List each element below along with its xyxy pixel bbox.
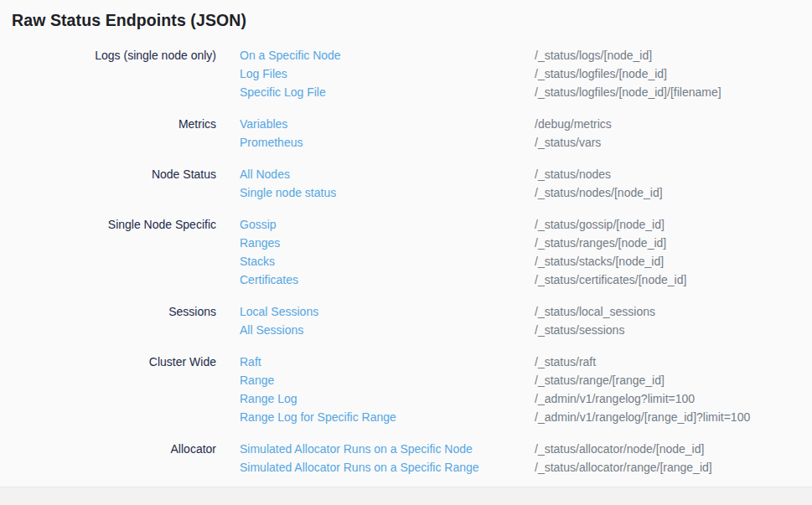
- endpoint-path: /_status/raft: [535, 353, 596, 371]
- endpoint-row: Log Files/_status/logfiles/[node_id]: [240, 64, 812, 83]
- endpoint-path: /debug/metrics: [535, 115, 612, 133]
- endpoint-row: Range/_status/range/[range_id]: [240, 371, 812, 389]
- endpoint-category-label: Metrics: [0, 115, 216, 133]
- endpoint-path: /_status/logfiles/[node_id]/[filename]: [535, 83, 721, 101]
- raw-status-endpoints-page: Raw Status Endpoints (JSON) Logs (single…: [0, 0, 812, 477]
- endpoint-row: Gossip/_status/gossip/[node_id]: [240, 215, 812, 234]
- endpoint-link[interactable]: On a Specific Node: [240, 46, 535, 64]
- endpoint-path: /_status/ranges/[node_id]: [535, 234, 666, 252]
- endpoint-category-label: Logs (single node only): [0, 46, 216, 64]
- endpoint-row: Ranges/_status/ranges/[node_id]: [240, 234, 812, 252]
- endpoint-row: Local Sessions/_status/local_sessions: [240, 302, 812, 321]
- endpoint-path: /_status/logfiles/[node_id]: [535, 64, 667, 83]
- endpoint-path: /_status/stacks/[node_id]: [535, 252, 664, 271]
- endpoint-rows: Gossip/_status/gossip/[node_id]Ranges/_s…: [240, 215, 812, 289]
- endpoint-path: /_status/allocator/node/[node_id]: [535, 440, 704, 458]
- endpoint-group: Node StatusAll Nodes/_status/nodesSingle…: [0, 165, 812, 202]
- endpoint-link[interactable]: Prometheus: [240, 133, 535, 152]
- endpoint-rows: On a Specific Node/_status/logs/[node_id…: [240, 46, 812, 101]
- endpoint-row: On a Specific Node/_status/logs/[node_id…: [240, 46, 812, 64]
- endpoint-link[interactable]: Specific Log File: [240, 83, 535, 101]
- endpoint-row: Variables/debug/metrics: [240, 115, 812, 133]
- endpoint-row: Certificates/_status/certificates/[node_…: [240, 271, 812, 289]
- endpoint-row: Specific Log File/_status/logfiles/[node…: [240, 83, 812, 101]
- footer-strip: [0, 487, 812, 505]
- endpoint-link[interactable]: All Sessions: [240, 321, 535, 339]
- endpoint-category-label: Node Status: [0, 165, 216, 183]
- endpoint-rows: Variables/debug/metricsPrometheus/_statu…: [240, 115, 812, 152]
- endpoint-category-label: Allocator: [0, 440, 216, 458]
- endpoint-link[interactable]: All Nodes: [240, 165, 535, 183]
- endpoint-category-label: Cluster Wide: [0, 353, 216, 371]
- endpoint-link[interactable]: Range: [240, 371, 535, 389]
- endpoint-link[interactable]: Range Log: [240, 389, 535, 408]
- endpoint-rows: Simulated Allocator Runs on a Specific N…: [240, 440, 812, 477]
- endpoint-link[interactable]: Simulated Allocator Runs on a Specific R…: [240, 458, 535, 477]
- endpoint-row: Stacks/_status/stacks/[node_id]: [240, 252, 812, 271]
- endpoint-path: /_status/allocator/range/[range_id]: [535, 458, 712, 477]
- endpoint-row: All Sessions/_status/sessions: [240, 321, 812, 339]
- endpoint-group: AllocatorSimulated Allocator Runs on a S…: [0, 440, 812, 477]
- endpoint-link[interactable]: Single node status: [240, 183, 535, 202]
- endpoint-path: /_admin/v1/rangelog/[range_id]?limit=100: [535, 408, 750, 426]
- endpoint-link[interactable]: Simulated Allocator Runs on a Specific N…: [240, 440, 535, 458]
- endpoint-link[interactable]: Gossip: [240, 215, 535, 234]
- endpoint-row: Raft/_status/raft: [240, 353, 812, 371]
- endpoint-link[interactable]: Local Sessions: [240, 302, 535, 321]
- page-title: Raw Status Endpoints (JSON): [0, 0, 812, 30]
- endpoint-category-label: Sessions: [0, 302, 216, 321]
- endpoint-row: Prometheus/_status/vars: [240, 133, 812, 152]
- endpoint-groups: Logs (single node only)On a Specific Nod…: [0, 46, 812, 477]
- endpoint-path: /_status/range/[range_id]: [535, 371, 665, 389]
- endpoint-link[interactable]: Log Files: [240, 64, 535, 83]
- endpoint-row: Range Log/_admin/v1/rangelog?limit=100: [240, 389, 812, 408]
- endpoint-group: MetricsVariables/debug/metricsPrometheus…: [0, 115, 812, 152]
- endpoint-path: /_status/sessions: [535, 321, 624, 339]
- endpoint-group: Cluster WideRaft/_status/raftRange/_stat…: [0, 353, 812, 426]
- endpoint-path: /_status/gossip/[node_id]: [535, 215, 665, 234]
- endpoint-row: All Nodes/_status/nodes: [240, 165, 812, 183]
- endpoint-path: /_status/certificates/[node_id]: [535, 271, 686, 289]
- endpoint-row: Single node status/_status/nodes/[node_i…: [240, 183, 812, 202]
- endpoint-rows: All Nodes/_status/nodesSingle node statu…: [240, 165, 812, 202]
- endpoint-rows: Local Sessions/_status/local_sessionsAll…: [240, 302, 812, 339]
- endpoint-group: Single Node SpecificGossip/_status/gossi…: [0, 215, 812, 289]
- endpoint-path: /_status/nodes/[node_id]: [535, 183, 663, 202]
- endpoint-link[interactable]: Stacks: [240, 252, 535, 271]
- endpoint-link[interactable]: Variables: [240, 115, 535, 133]
- endpoint-link[interactable]: Range Log for Specific Range: [240, 408, 535, 426]
- endpoint-path: /_status/local_sessions: [535, 302, 655, 321]
- endpoint-rows: Raft/_status/raftRange/_status/range/[ra…: [240, 353, 812, 426]
- endpoint-category-label: Single Node Specific: [0, 215, 216, 234]
- endpoint-link[interactable]: Certificates: [240, 271, 535, 289]
- endpoint-row: Simulated Allocator Runs on a Specific R…: [240, 458, 812, 477]
- endpoint-link[interactable]: Raft: [240, 353, 535, 371]
- endpoint-path: /_status/nodes: [535, 165, 611, 183]
- endpoint-path: /_status/vars: [535, 133, 601, 152]
- endpoint-group: Logs (single node only)On a Specific Nod…: [0, 46, 812, 101]
- endpoint-link[interactable]: Ranges: [240, 234, 535, 252]
- endpoint-path: /_status/logs/[node_id]: [535, 46, 652, 64]
- endpoint-group: SessionsLocal Sessions/_status/local_ses…: [0, 302, 812, 339]
- endpoint-path: /_admin/v1/rangelog?limit=100: [535, 389, 695, 408]
- endpoint-row: Simulated Allocator Runs on a Specific N…: [240, 440, 812, 458]
- endpoint-row: Range Log for Specific Range/_admin/v1/r…: [240, 408, 812, 426]
